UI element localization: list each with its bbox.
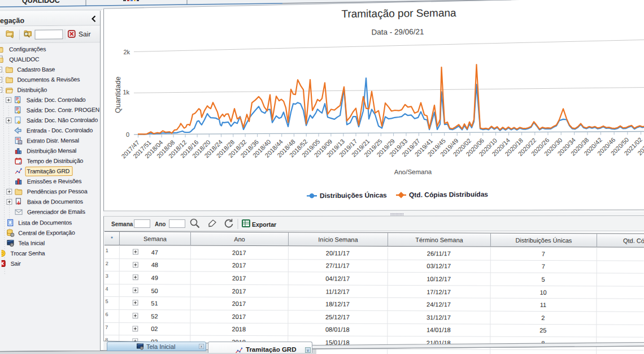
svg-text:0: 0 bbox=[126, 131, 129, 138]
svg-text:Ano/Semana: Ano/Semana bbox=[394, 169, 432, 175]
svg-text:2k: 2k bbox=[123, 49, 130, 55]
svg-text:Distribuições Únicas: Distribuições Únicas bbox=[320, 191, 387, 200]
svg-text:1k: 1k bbox=[123, 89, 129, 96]
svg-text:Qtd. Cópias Distribuídas: Qtd. Cópias Distribuídas bbox=[409, 191, 488, 199]
svg-text:Quantidade: Quantidade bbox=[114, 76, 122, 113]
svg-text:31: 31 bbox=[19, 141, 22, 144]
svg-text:Data - 29/06/21: Data - 29/06/21 bbox=[371, 28, 424, 37]
